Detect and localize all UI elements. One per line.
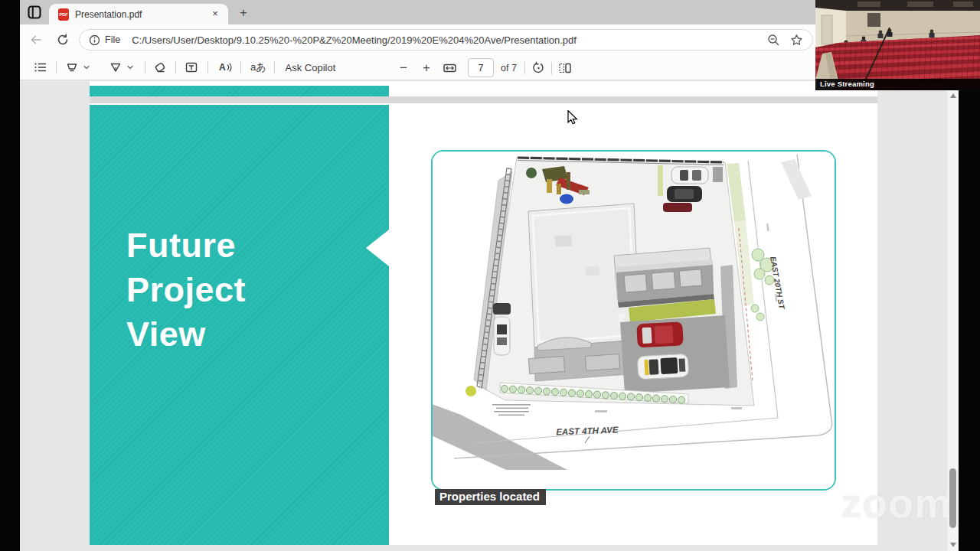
caption-properties-located: Properties located xyxy=(435,489,546,505)
slide-teal-panel: Future Project View xyxy=(90,105,389,545)
eraser-icon[interactable] xyxy=(153,60,167,74)
screen: PDF Presentation.pdf × + File C xyxy=(0,0,980,551)
page-number-input[interactable] xyxy=(468,58,494,77)
parked-cars-west xyxy=(493,303,511,355)
tab-workspaces-icon[interactable] xyxy=(28,5,41,19)
back-icon[interactable] xyxy=(29,33,43,47)
url-text[interactable]: C:/Users/User/Desktop/9.10.25%20-%20P&Z%… xyxy=(132,34,577,46)
address-bar[interactable]: File C:/Users/User/Desktop/9.10.25%20-%2… xyxy=(79,29,813,51)
star-icon[interactable] xyxy=(790,34,803,47)
site-plan-rendering: EAST 4TH AVE EAST 20TH ST xyxy=(433,152,835,489)
chevron-down-icon[interactable] xyxy=(83,64,90,71)
scrollbar-up-arrow[interactable] xyxy=(950,93,956,98)
pen-icon[interactable] xyxy=(109,60,122,74)
rotate-icon[interactable] xyxy=(532,61,545,74)
pdf-zoom-controls: − + of 7 xyxy=(378,55,572,80)
zoom-in-button[interactable]: + xyxy=(421,61,432,75)
site-plan-frame: EAST 4TH AVE EAST 20TH ST xyxy=(431,150,836,491)
zoom-out-button[interactable]: − xyxy=(398,60,409,76)
live-streaming-label: Live Streaming xyxy=(820,80,874,88)
page6-teal-strip xyxy=(90,86,389,96)
info-icon[interactable] xyxy=(89,34,100,46)
pdf-page-6-bottom xyxy=(90,81,877,96)
text-box-icon[interactable] xyxy=(185,60,198,74)
auditorium-scene xyxy=(815,0,980,90)
read-aloud-icon[interactable]: A xyxy=(217,60,233,74)
page-count-label: of 7 xyxy=(501,63,517,73)
scrollbar-down-arrow[interactable] xyxy=(950,543,956,547)
translate-icon[interactable]: aあ xyxy=(250,60,266,74)
close-icon[interactable]: × xyxy=(209,8,221,20)
live-stream-video: Live Streaming xyxy=(815,0,980,90)
tree-ball xyxy=(466,386,476,396)
highlighter-icon[interactable] xyxy=(65,60,79,74)
scrollbar-thumb[interactable] xyxy=(949,468,956,528)
ask-copilot-button[interactable]: Ask Copilot xyxy=(286,62,336,73)
slide-title: Future Project View xyxy=(126,223,246,357)
refresh-icon[interactable] xyxy=(56,33,70,47)
page-gap xyxy=(90,96,877,103)
fit-width-icon[interactable] xyxy=(443,61,457,75)
table-of-contents-icon[interactable] xyxy=(34,60,47,74)
zoom-watermark: zoom xyxy=(841,479,952,527)
tab-presentation-pdf[interactable]: PDF Presentation.pdf × xyxy=(49,4,228,24)
slide-panel-notch xyxy=(366,230,389,266)
svg-text:A: A xyxy=(219,62,226,73)
scrollbar[interactable] xyxy=(947,90,959,551)
page-view-icon[interactable] xyxy=(558,61,572,75)
magnifier-minus-icon[interactable] xyxy=(767,34,780,47)
pdf-content-area: Future Project View xyxy=(20,80,959,551)
file-scheme-label: File xyxy=(105,34,120,45)
tab-title: Presentation.pdf xyxy=(75,9,142,20)
chevron-down-icon[interactable] xyxy=(126,64,134,71)
mouse-cursor xyxy=(567,110,578,126)
new-tab-button[interactable]: + xyxy=(234,4,253,22)
pdf-file-icon: PDF xyxy=(58,8,69,21)
parking-lot xyxy=(620,315,730,393)
pdf-page-7: Future Project View xyxy=(90,103,877,545)
